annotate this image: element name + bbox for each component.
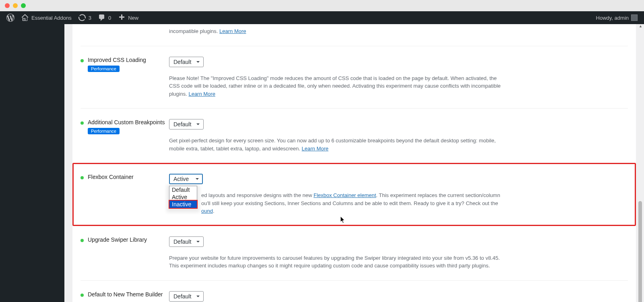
setting-row-improved-css: Improved CSS Loading Performance Default… [80, 46, 628, 109]
admin-bar: Essential Addons 3 0 New Howdy, admin [0, 11, 644, 24]
setting-row-partial: incompatible plugins. Learn More [80, 24, 628, 46]
update-icon [78, 14, 86, 22]
setting-description: Please Note! The "Improved CSS Loading" … [169, 74, 507, 98]
setting-title: Default to New Theme Builder [88, 291, 163, 298]
select-dropdown: Default Active Inactive [169, 186, 197, 208]
window-chrome [0, 0, 644, 11]
wordpress-icon [6, 14, 14, 22]
content-area: ▲ incompatible plugins. Learn More I [64, 24, 644, 302]
updates-count: 3 [89, 15, 91, 21]
new-label: New [128, 15, 138, 21]
maximize-window-icon[interactable] [21, 3, 26, 8]
setting-row-theme-builder: Default to New Theme Builder Default Ent… [80, 281, 628, 302]
comments-count: 0 [108, 15, 111, 21]
minimize-window-icon[interactable] [13, 3, 18, 8]
comments-link[interactable]: 0 [95, 11, 114, 24]
home-icon [21, 14, 29, 22]
status-dot-icon [80, 59, 84, 62]
select-breakpoints[interactable]: Default [169, 119, 204, 129]
learn-more-link[interactable]: Learn More [188, 91, 215, 97]
scrollbar-thumb[interactable] [638, 201, 642, 302]
status-dot-icon [80, 294, 84, 297]
comment-icon [98, 14, 106, 22]
status-dot-icon [80, 176, 84, 179]
learn-more-link[interactable]: Learn More [302, 146, 328, 152]
flexbox-element-link[interactable]: Flexbox Container element [314, 192, 376, 198]
status-dot-icon [80, 121, 84, 125]
setting-title: Flexbox Container [88, 174, 134, 180]
setting-row-swiper: Upgrade Swiper Library Default Prepare y… [80, 226, 628, 281]
playground-link[interactable]: ound [201, 208, 213, 214]
setting-row-breakpoints: Additional Custom Breakpoints Performanc… [80, 109, 628, 163]
greeting: Howdy, admin [596, 15, 629, 21]
avatar [631, 14, 638, 21]
option-default[interactable]: Default [169, 186, 197, 193]
account-link[interactable]: Howdy, admin [593, 11, 641, 24]
site-link[interactable]: Essential Addons [18, 11, 75, 24]
setting-title: Upgrade Swiper Library [88, 236, 147, 243]
setting-title: Improved CSS Loading [88, 57, 146, 63]
close-window-icon[interactable] [5, 3, 10, 8]
setting-description: incompatible plugins. Learn More [169, 27, 507, 35]
select-swiper[interactable]: Default [169, 236, 204, 247]
performance-badge: Performance [88, 128, 120, 134]
setting-description: Prepare your website for future improvem… [169, 254, 507, 270]
scrollbar[interactable] [638, 48, 643, 298]
select-improved-css[interactable]: Default [169, 57, 204, 67]
admin-sidebar [0, 24, 64, 302]
setting-title: Additional Custom Breakpoints [88, 119, 165, 125]
setting-description: xxxxxxxed layouts and responsive designs… [169, 191, 507, 215]
scroll-up-icon[interactable]: ▲ [639, 24, 643, 28]
learn-more-link[interactable]: Learn More [219, 28, 246, 34]
setting-description: Get pixel-perfect design for every scree… [169, 137, 507, 152]
wp-logo-menu[interactable] [3, 11, 18, 24]
plus-icon [118, 14, 126, 22]
new-link[interactable]: New [114, 11, 142, 24]
performance-badge: Performance [88, 66, 120, 72]
select-theme-builder[interactable]: Default [169, 291, 204, 302]
select-flexbox[interactable]: Active [169, 174, 203, 184]
updates-link[interactable]: 3 [75, 11, 95, 24]
status-dot-icon [80, 239, 84, 242]
option-inactive[interactable]: Inactive [169, 200, 198, 209]
cursor-icon [341, 216, 346, 224]
setting-row-flexbox: Flexbox Container Active Default Active … [80, 163, 628, 226]
site-name: Essential Addons [31, 15, 72, 21]
